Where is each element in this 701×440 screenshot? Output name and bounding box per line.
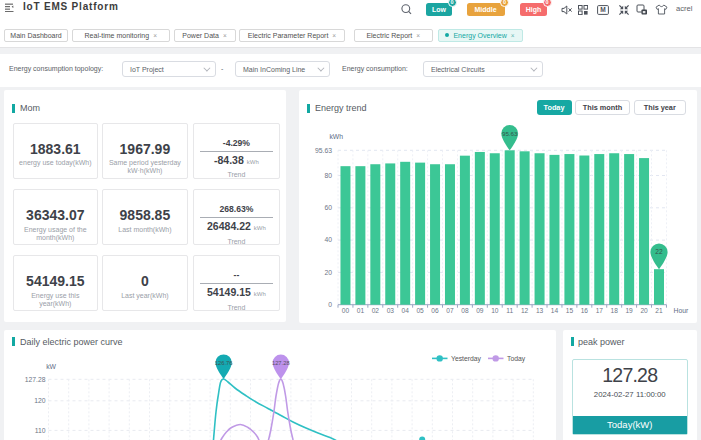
svg-text:126.76: 126.76 — [215, 360, 233, 366]
svg-text:95.63: 95.63 — [502, 130, 518, 137]
svg-text:03: 03 — [387, 307, 395, 314]
svg-text:110: 110 — [35, 427, 46, 434]
svg-text:20: 20 — [640, 307, 648, 314]
svg-text:11: 11 — [506, 307, 513, 314]
svg-text:07: 07 — [446, 307, 454, 314]
svg-text:127.28: 127.28 — [272, 360, 290, 366]
svg-text:Hour: Hour — [674, 307, 689, 314]
svg-text:20: 20 — [324, 269, 332, 276]
svg-text:04: 04 — [402, 307, 410, 314]
svg-text:01: 01 — [357, 307, 365, 314]
svg-text:80: 80 — [324, 172, 332, 179]
svg-text:15: 15 — [566, 307, 574, 314]
svg-text:19: 19 — [625, 307, 633, 314]
svg-text:18: 18 — [611, 307, 619, 314]
svg-text:14: 14 — [551, 307, 559, 314]
svg-text:kWh: kWh — [329, 133, 343, 140]
svg-text:10: 10 — [491, 307, 499, 314]
svg-text:40: 40 — [324, 236, 332, 243]
svg-text:127.28: 127.28 — [25, 376, 46, 383]
svg-text:12: 12 — [521, 307, 529, 314]
svg-text:13: 13 — [536, 307, 544, 314]
svg-text:60: 60 — [324, 204, 332, 211]
svg-text:21: 21 — [655, 307, 663, 314]
svg-text:Today: Today — [507, 355, 526, 363]
svg-text:09: 09 — [476, 307, 484, 314]
svg-text:00: 00 — [342, 307, 350, 314]
svg-text:08: 08 — [461, 307, 469, 314]
svg-text:16: 16 — [581, 307, 589, 314]
svg-text:kW: kW — [46, 363, 56, 370]
svg-text:06: 06 — [431, 307, 439, 314]
svg-text:0: 0 — [328, 301, 332, 308]
svg-text:02: 02 — [372, 307, 380, 314]
svg-text:22: 22 — [655, 248, 663, 255]
svg-text:17: 17 — [596, 307, 604, 314]
svg-text:95.63: 95.63 — [315, 147, 332, 154]
svg-text:120: 120 — [34, 397, 46, 404]
svg-text:05: 05 — [416, 307, 424, 314]
svg-text:Yesterday: Yesterday — [451, 355, 482, 363]
svg-text:M: M — [600, 6, 606, 13]
